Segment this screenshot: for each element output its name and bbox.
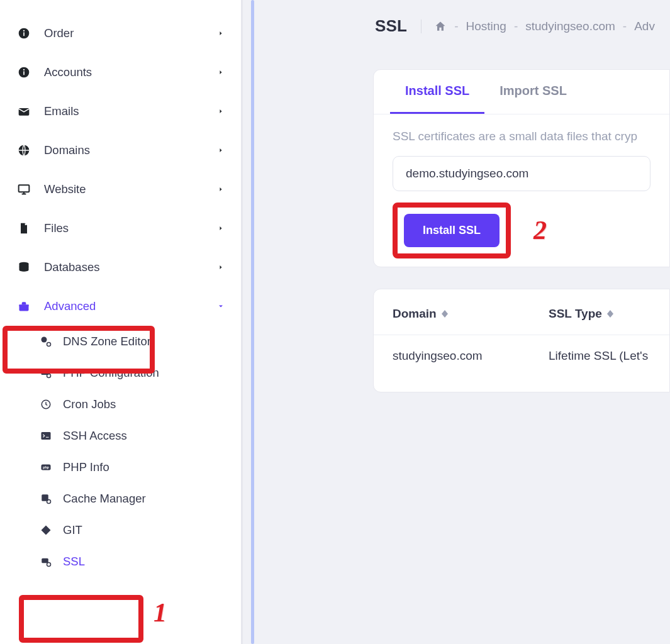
chevron-right-icon xyxy=(217,69,225,76)
chevron-right-icon xyxy=(217,225,225,232)
php-config-icon xyxy=(39,366,53,380)
sidebar-item-label: Order xyxy=(44,26,74,40)
svg-rect-1 xyxy=(23,32,25,36)
svg-point-11 xyxy=(47,343,51,347)
svg-rect-4 xyxy=(23,71,25,75)
domain-input[interactable] xyxy=(393,156,650,191)
sidebar-item-label: Databases xyxy=(44,260,99,274)
annotation-highlight-install: Install SSL xyxy=(393,203,511,258)
mail-icon xyxy=(16,104,31,119)
chevron-right-icon xyxy=(217,147,225,154)
column-header-ssl-type[interactable]: SSL Type xyxy=(549,307,650,321)
breadcrumb-hosting[interactable]: Hosting xyxy=(466,19,506,33)
sidebar-item-website[interactable]: Website xyxy=(0,170,241,209)
sidebar-item-domains[interactable]: Domains xyxy=(0,131,241,170)
sub-item-label: SSH Access xyxy=(63,429,127,443)
annotation-step-1: 1 xyxy=(154,597,167,628)
sub-item-dns-zone-editor[interactable]: DNS Zone Editor xyxy=(25,326,241,357)
advanced-submenu: DNS Zone Editor PHP Configuration Cron J… xyxy=(0,326,241,577)
scroll-indicator xyxy=(251,0,254,644)
svg-rect-15 xyxy=(42,432,51,440)
info-icon xyxy=(16,26,31,41)
chevron-right-icon xyxy=(217,264,225,271)
sidebar-item-label: Domains xyxy=(44,143,90,157)
cache-icon xyxy=(39,492,53,506)
annotation-step-2: 2 xyxy=(533,215,547,245)
svg-text:php: php xyxy=(43,465,49,469)
sidebar-item-databases[interactable]: Databases xyxy=(0,248,241,287)
breadcrumb-domain[interactable]: studyingseo.com xyxy=(525,19,615,33)
dns-icon xyxy=(39,335,53,348)
sidebar-item-order[interactable]: Order xyxy=(0,14,241,53)
monitor-icon xyxy=(16,182,31,197)
clock-icon xyxy=(39,397,53,411)
sub-item-php-info[interactable]: php PHP Info xyxy=(25,452,241,483)
home-icon[interactable] xyxy=(434,20,447,33)
svg-point-5 xyxy=(23,69,25,70)
svg-point-21 xyxy=(47,563,51,567)
git-icon xyxy=(39,523,53,537)
sub-item-label: DNS Zone Editor xyxy=(63,335,151,348)
sub-item-label: SSL xyxy=(63,555,85,569)
info-icon xyxy=(16,65,31,80)
install-ssl-button[interactable]: Install SSL xyxy=(404,214,500,247)
sub-item-git[interactable]: GIT xyxy=(25,514,241,546)
sub-item-php-configuration[interactable]: PHP Configuration xyxy=(25,357,241,389)
globe-icon xyxy=(16,143,31,158)
sidebar-item-label: Emails xyxy=(44,104,79,118)
sub-item-ssl[interactable]: SSL xyxy=(25,546,241,577)
sidebar-item-label: Website xyxy=(44,182,86,196)
database-icon xyxy=(16,260,31,275)
sidebar-item-emails[interactable]: Emails xyxy=(0,92,241,131)
sub-item-label: GIT xyxy=(63,523,82,537)
ssl-description: SSL certificates are a small data files … xyxy=(393,130,650,143)
terminal-icon xyxy=(39,429,53,443)
ssl-panel: Install SSL Import SSL SSL certificates … xyxy=(373,69,670,267)
chevron-right-icon xyxy=(217,30,225,37)
sub-item-label: Cache Manager xyxy=(63,492,146,506)
breadcrumb: - Hosting - studyingseo.com - Adv xyxy=(421,19,655,33)
sidebar-item-label: Advanced xyxy=(44,299,96,313)
svg-rect-20 xyxy=(42,558,48,564)
chevron-right-icon xyxy=(217,186,225,193)
breadcrumb-separator: - xyxy=(454,19,458,33)
table-row: studyingseo.com Lifetime SSL (Let's Enc xyxy=(374,335,669,377)
column-header-ssl-type-label: SSL Type xyxy=(549,307,602,321)
svg-point-13 xyxy=(47,374,51,378)
main-content: SSL - Hosting - studyingseo.com - Adv In… xyxy=(258,0,670,644)
sidebar: Order Accounts Emails xyxy=(0,0,241,644)
sub-item-ssh-access[interactable]: SSH Access xyxy=(25,420,241,452)
toolbox-icon xyxy=(16,299,31,314)
page-title: SSL xyxy=(375,16,407,36)
sub-item-cron-jobs[interactable]: Cron Jobs xyxy=(25,389,241,420)
sub-item-cache-manager[interactable]: Cache Manager xyxy=(25,483,241,514)
ssl-table: Domain SSL Type studyingseo.com Lifetime… xyxy=(373,289,670,392)
chevron-down-icon xyxy=(217,303,225,310)
tab-import-ssl[interactable]: Import SSL xyxy=(484,70,582,114)
column-header-domain[interactable]: Domain xyxy=(393,307,549,321)
sort-icon xyxy=(442,310,448,318)
sidebar-item-label: Files xyxy=(44,221,69,235)
tabs: Install SSL Import SSL xyxy=(374,70,669,114)
ssl-icon xyxy=(39,555,53,569)
breadcrumb-separator: - xyxy=(623,19,627,33)
cell-ssl-type: Lifetime SSL (Let's Enc xyxy=(549,349,650,363)
page-header: SSL - Hosting - studyingseo.com - Adv xyxy=(258,0,670,36)
cell-domain: studyingseo.com xyxy=(393,349,549,363)
sidebar-item-label: Accounts xyxy=(44,65,92,79)
file-icon xyxy=(16,221,31,236)
svg-point-19 xyxy=(47,500,51,504)
tab-install-ssl[interactable]: Install SSL xyxy=(390,70,484,114)
breadcrumb-advanced[interactable]: Adv xyxy=(634,19,655,33)
sidebar-item-accounts[interactable]: Accounts xyxy=(0,53,241,92)
php-info-icon: php xyxy=(39,460,53,474)
sidebar-item-files[interactable]: Files xyxy=(0,209,241,248)
table-header: Domain SSL Type xyxy=(374,289,669,335)
svg-rect-9 xyxy=(20,305,29,307)
sub-item-label: PHP Info xyxy=(63,460,109,474)
column-header-domain-label: Domain xyxy=(393,307,437,321)
breadcrumb-separator: - xyxy=(514,19,518,33)
sidebar-item-advanced[interactable]: Advanced xyxy=(0,287,241,326)
svg-point-2 xyxy=(23,30,25,31)
svg-rect-7 xyxy=(19,185,30,192)
